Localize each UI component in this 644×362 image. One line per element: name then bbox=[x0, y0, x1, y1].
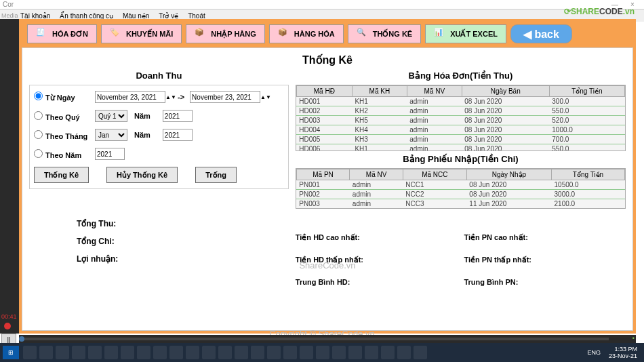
task-ico[interactable] bbox=[153, 346, 167, 359]
col-header[interactable]: Mã PN bbox=[296, 169, 350, 180]
xuat-excel-button[interactable]: 📊XUẤT EXCEL bbox=[425, 24, 506, 43]
task-ico[interactable] bbox=[235, 346, 248, 359]
task-ico[interactable] bbox=[365, 346, 378, 359]
menu-tro-ve[interactable]: Trở về bbox=[159, 12, 178, 20]
main-toolbar: 🧾HÓA ĐƠN 🏷️KHUYẾN MÃI 📦NHẬP HÀNG 📦HÀNG H… bbox=[22, 22, 633, 46]
table-row[interactable]: HD002KH2admin08 Jun 2020550.0 bbox=[296, 106, 624, 116]
theo-quy-radio-label[interactable]: Theo Quý bbox=[34, 111, 95, 121]
task-ico[interactable] bbox=[39, 346, 53, 359]
progress-knob[interactable] bbox=[19, 336, 24, 342]
table-row[interactable]: HD003KH5admin08 Jun 2020520.0 bbox=[296, 116, 624, 125]
col-header[interactable]: Tổng Tiền bbox=[552, 169, 625, 180]
right-column: Bảng Hóa Đơn(Tiền Thu) Mã HĐMã KHMã NVNg… bbox=[296, 71, 626, 325]
hoa-don-button[interactable]: 🧾HÓA ĐƠN bbox=[27, 24, 97, 43]
theo-nam-radio[interactable] bbox=[34, 149, 43, 158]
task-ico[interactable] bbox=[267, 346, 281, 359]
tu-ngay-radio[interactable] bbox=[34, 92, 43, 100]
thang-select[interactable]: Jan bbox=[95, 129, 127, 141]
col-header[interactable]: Ngày Bán bbox=[462, 86, 549, 97]
theo-nam-radio-label[interactable]: Theo Năm bbox=[34, 149, 95, 159]
tu-ngay-radio-label[interactable]: Từ Ngày bbox=[34, 92, 95, 102]
arrow-label: -> bbox=[178, 93, 184, 101]
nam-thang-input[interactable] bbox=[163, 129, 193, 141]
col-header[interactable]: Mã HĐ bbox=[296, 86, 352, 97]
col-header[interactable]: Ngày Nhập bbox=[466, 169, 551, 180]
task-ico[interactable] bbox=[300, 346, 313, 359]
sharecode-logo: ⟳SHARECODE.vn bbox=[564, 7, 635, 16]
task-ico[interactable] bbox=[137, 346, 150, 359]
table-row[interactable]: PN001adminNCC108 Jun 202010500.0 bbox=[296, 180, 624, 190]
task-ico[interactable] bbox=[381, 346, 395, 359]
task-ico[interactable] bbox=[348, 346, 362, 359]
menu-mau-nen[interactable]: Màu nền bbox=[123, 12, 149, 20]
col-header[interactable]: Mã NCC bbox=[403, 169, 466, 180]
task-ico[interactable] bbox=[104, 346, 118, 359]
task-ico[interactable] bbox=[397, 346, 411, 359]
theo-quy-radio[interactable] bbox=[34, 111, 43, 120]
col-header[interactable]: Mã KH bbox=[352, 86, 407, 97]
task-ico[interactable] bbox=[283, 346, 297, 359]
table-row[interactable]: HD004KH4admin08 Jun 20201000.0 bbox=[296, 125, 624, 135]
col-header[interactable]: Mã NV bbox=[407, 86, 462, 97]
menu-thoat[interactable]: Thoát bbox=[188, 12, 205, 20]
task-ico[interactable] bbox=[332, 346, 346, 359]
task-ico[interactable] bbox=[186, 346, 199, 359]
task-ico[interactable] bbox=[202, 346, 216, 359]
thong-ke-button[interactable]: 🔍THỐNG KÊ bbox=[348, 24, 422, 43]
date-from-input[interactable] bbox=[95, 91, 165, 103]
task-ico[interactable] bbox=[251, 346, 264, 359]
doanh-thu-title: Doanh Thu bbox=[29, 71, 289, 81]
theo-thang-radio-label[interactable]: Theo Tháng bbox=[34, 130, 95, 140]
theo-thang-radio[interactable] bbox=[34, 130, 43, 139]
menu-an-thanh[interactable]: Ẩn thanh công cụ bbox=[60, 12, 113, 20]
task-ico[interactable] bbox=[169, 346, 183, 359]
thong-ke-label: THỐNG KÊ bbox=[373, 30, 413, 39]
nam-input[interactable] bbox=[95, 148, 125, 160]
progress-track bbox=[19, 338, 609, 340]
system-tray[interactable]: ENG 1:33 PM 23-Nov-21 bbox=[587, 346, 641, 359]
quy-select[interactable]: Quý 1 bbox=[95, 110, 127, 122]
table-row[interactable]: HD006KH1admin08 Jun 2020550.0 bbox=[296, 144, 624, 152]
hoa-don-table-wrap[interactable]: Mã HĐMã KHMã NVNgày BánTổng Tiền HD001KH… bbox=[296, 85, 626, 151]
date-to-input[interactable] bbox=[190, 91, 260, 103]
task-ico[interactable] bbox=[88, 346, 102, 359]
windows-taskbar[interactable]: ⊞ ENG 1:33 PM 23-Nov-21 bbox=[0, 343, 644, 362]
hang-hoa-button[interactable]: 📦HÀNG HÓA bbox=[269, 24, 344, 43]
menu-tai-khoan[interactable]: Tài khoản bbox=[20, 12, 50, 20]
table-row[interactable]: PN003adminNCC311 Jun 20202100.0 bbox=[296, 199, 624, 209]
video-progress-bar[interactable]: • bbox=[19, 335, 636, 343]
start-button[interactable]: ⊞ bbox=[3, 346, 19, 359]
nam-quy-input[interactable] bbox=[163, 110, 193, 122]
table-row[interactable]: HD001KH1admin08 Jun 2020300.0 bbox=[296, 97, 624, 106]
nhap-hang-button[interactable]: 📦NHẬP HÀNG bbox=[186, 24, 264, 43]
task-ico[interactable] bbox=[218, 346, 232, 359]
hd-max-label: Tiền HD cao nhất: bbox=[296, 233, 458, 242]
tray-clock[interactable]: 1:33 PM 23-Nov-21 bbox=[605, 346, 641, 359]
date-to-spinner[interactable]: ▲▼ bbox=[260, 94, 267, 100]
thong-ke-submit-button[interactable]: Thống Kê bbox=[34, 167, 89, 183]
task-ico[interactable] bbox=[316, 346, 329, 359]
sale-icon: 🏷️ bbox=[110, 28, 122, 40]
task-ico[interactable] bbox=[121, 346, 134, 359]
phieu-nhap-table-wrap[interactable]: Mã PNMã NVMã NCCNgày NhậpTổng Tiền PN001… bbox=[296, 168, 626, 209]
task-ico[interactable] bbox=[23, 346, 37, 359]
back-label: ◀ back bbox=[523, 28, 559, 41]
import-icon: 📦 bbox=[195, 28, 207, 40]
table-row[interactable]: HD005KH3admin08 Jun 2020700.0 bbox=[296, 135, 624, 144]
tray-lang[interactable]: ENG bbox=[587, 349, 601, 356]
khuyen-mai-button[interactable]: 🏷️KHUYẾN MÃI bbox=[101, 24, 182, 43]
back-button[interactable]: ◀ back bbox=[510, 24, 572, 43]
tong-thu-label: Tổng Thu: bbox=[77, 219, 289, 228]
tong-chi-label: Tổng Chi: bbox=[77, 237, 289, 246]
task-ico[interactable] bbox=[56, 346, 69, 359]
col-header[interactable]: Mã NV bbox=[350, 169, 403, 180]
col-header[interactable]: Tổng Tiền bbox=[549, 86, 624, 97]
task-ico[interactable] bbox=[72, 346, 85, 359]
date-from-spinner[interactable]: ▲▼ bbox=[165, 94, 172, 100]
table-row[interactable]: PN002adminNCC208 Jun 20203000.0 bbox=[296, 190, 624, 199]
nam-label-1: Năm bbox=[134, 112, 150, 120]
left-column: Doanh Thu Từ Ngày ▲▼ -> ▲▼ Theo Quý Quý … bbox=[29, 71, 289, 325]
trong-button[interactable]: Trống bbox=[195, 167, 237, 183]
task-ico[interactable] bbox=[414, 346, 427, 359]
huy-thong-ke-button[interactable]: Hủy Thống Kê bbox=[106, 167, 178, 183]
